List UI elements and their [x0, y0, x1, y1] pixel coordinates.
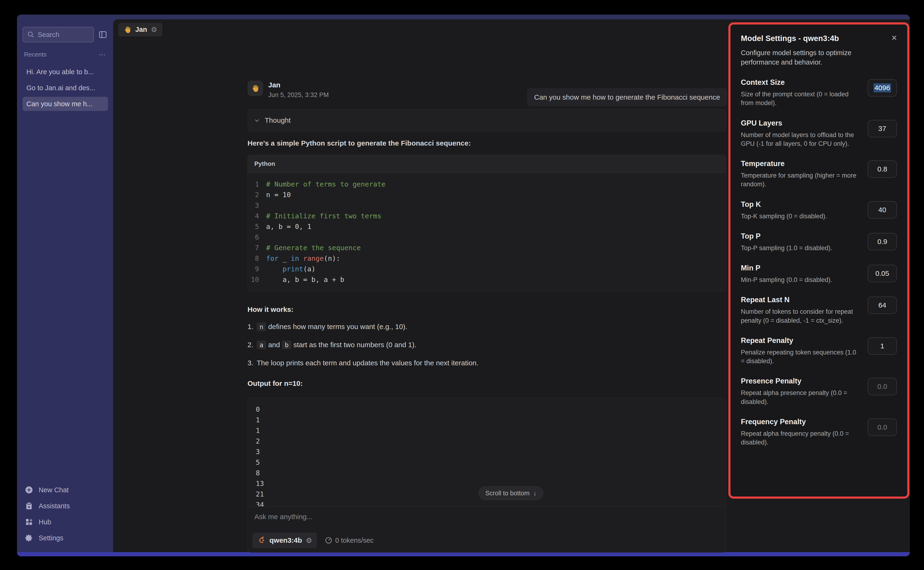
how-it-works-heading: How it works: [247, 305, 726, 314]
chat-input-placeholder: Ask me anything... [254, 513, 719, 521]
tab-jan[interactable]: Jan ⚙ [118, 23, 163, 37]
output-line: 1 [256, 415, 718, 425]
recent-chat-item[interactable]: Hi. Are you able to b... [23, 65, 108, 79]
setting-input-temperature[interactable]: 0.8 [868, 160, 897, 178]
sidebar-toggle-icon[interactable] [98, 29, 108, 40]
line-number: 8 [248, 253, 266, 264]
setting-info: Repeat Last NNumber of tokens to conside… [741, 296, 868, 325]
code-line: 2n = 10 [248, 190, 726, 200]
setting-row-temperature: TemperatureTemperature for sampling (hig… [741, 159, 897, 189]
arrow-down-icon: ↓ [533, 490, 537, 497]
model-gear-icon[interactable]: ⚙ [306, 536, 312, 545]
code-block: Python 1# Number of terms to generate2n … [247, 155, 726, 291]
code-token: a, b = b, a + b [266, 276, 344, 283]
ollama-model-icon [257, 536, 266, 545]
output-line: 1 [256, 425, 718, 436]
gear-icon [25, 533, 34, 542]
setting-input-top-p[interactable]: 0.9 [868, 233, 897, 250]
setting-value: 4096 [873, 83, 891, 92]
code-block-header: Python [248, 155, 726, 173]
code-token: (n): [324, 254, 340, 262]
app-window: Search Recents ⋯ Hi. Are you able to b..… [17, 15, 910, 556]
code-line: 5a, b = 0, 1 [248, 221, 726, 232]
recent-chat-item-selected[interactable]: Can you show me h... [23, 97, 108, 111]
code-token: print [282, 265, 303, 273]
waving-hand-icon [124, 26, 132, 34]
search-placeholder: Search [38, 31, 60, 38]
setting-info: GPU LayersNumber of model layers to offl… [741, 119, 868, 149]
clipboard-icon [25, 501, 34, 510]
model-selector[interactable]: qwen3:4b ⚙ [252, 533, 317, 548]
user-message: Can you show me how to generate the Fibo… [527, 88, 727, 106]
setting-label: Repeat Last N [741, 296, 861, 304]
sidebar-item-hub[interactable]: Hub [23, 514, 108, 530]
setting-value: 64 [878, 301, 886, 309]
setting-description: Repeat alpha presence penalty (0.0 = dis… [741, 389, 861, 406]
thought-collapsible[interactable]: Thought [247, 109, 726, 132]
scroll-to-bottom-label: Scroll to bottom [485, 490, 530, 497]
settings-panel-title: Model Settings - qwen3:4b [741, 34, 839, 43]
setting-description: Top-P sampling (1.0 = disabled). [741, 244, 861, 253]
search-input[interactable]: Search [23, 27, 94, 42]
setting-info: Context SizeSize of the prompt context (… [741, 78, 868, 108]
list-item-number: 3. [247, 359, 253, 367]
code-text: n = 10 [266, 190, 291, 200]
list-item-text: and [266, 341, 282, 349]
chat-input[interactable]: Ask me anything... qwen3:4b ⚙ [247, 506, 726, 553]
tab-gear-icon[interactable]: ⚙ [151, 25, 157, 34]
close-icon[interactable]: × [892, 34, 897, 41]
code-token: # Initialize first two terms [266, 212, 381, 220]
output-line: 5 [256, 457, 718, 468]
message-timestamp: Jun 5, 2025, 3:32 PM [268, 91, 329, 99]
setting-input-min-p[interactable]: 0.05 [868, 265, 897, 282]
setting-input-repeat-penalty[interactable]: 1 [868, 337, 897, 355]
setting-value: 40 [878, 206, 886, 214]
setting-input-top-k[interactable]: 40 [868, 201, 897, 219]
line-number: 3 [248, 200, 266, 211]
setting-value: 0.0 [877, 383, 887, 391]
setting-label: Top P [741, 232, 861, 241]
setting-label: Frequency Penalty [741, 418, 861, 426]
sidebar-item-label: Hub [38, 518, 51, 526]
line-number: 1 [248, 179, 266, 190]
setting-row-gpu-layers: GPU LayersNumber of model layers to offl… [741, 119, 897, 149]
scroll-to-bottom-button[interactable]: Scroll to bottom ↓ [479, 486, 543, 500]
assistant-intro-text: Here's a simple Python script to generat… [247, 139, 726, 147]
code-token: # Generate the sequence [266, 244, 361, 252]
output-line: 0 [256, 404, 718, 415]
list-item-number: 2. [247, 341, 253, 349]
setting-info: Min PMin-P sampling (0.0 = disabled). [741, 264, 868, 284]
recents-menu-icon[interactable]: ⋯ [99, 51, 106, 59]
setting-description: Repeat alpha frequency penalty (0.0 = di… [741, 429, 861, 447]
output-heading: Output for n=10: [247, 380, 726, 388]
code-token: in [291, 254, 299, 262]
setting-value: 0.8 [877, 165, 887, 173]
setting-input-gpu-layers[interactable]: 37 [868, 120, 897, 137]
code-line: 9 print(a) [248, 264, 726, 274]
line-number: 7 [248, 243, 266, 253]
setting-value: 37 [878, 125, 886, 133]
code-token: range [303, 254, 324, 262]
sidebar-item-assistants[interactable]: Assistants [23, 498, 108, 514]
setting-description: Number of tokens to consider for repeat … [741, 307, 861, 325]
output-line: 8 [256, 468, 718, 478]
setting-label: Presence Penalty [741, 377, 861, 385]
list-item-text: The loop prints each term and updates th… [257, 359, 479, 367]
recent-chat-item[interactable]: Go to Jan.ai and des... [23, 81, 108, 95]
sidebar-bottom-nav: New Chat Assistants [23, 482, 108, 546]
sidebar-item-label: Settings [38, 534, 63, 542]
sidebar-item-new-chat[interactable]: New Chat [23, 482, 108, 498]
line-number: 10 [248, 274, 266, 285]
speedometer-icon [325, 536, 332, 544]
code-text: for _ in range(n): [266, 253, 340, 264]
setting-info: TemperatureTemperature for sampling (hig… [741, 159, 868, 189]
setting-input-presence-penalty[interactable]: 0.0 [868, 378, 897, 395]
model-settings-panel: Model Settings - qwen3:4b × Configure mo… [728, 22, 909, 499]
list-item-text: defines how many terms you want (e.g., 1… [266, 323, 407, 331]
token-speed-label: 0 tokens/sec [335, 536, 374, 544]
sidebar-item-settings[interactable]: Settings [23, 530, 108, 546]
search-icon [27, 31, 34, 38]
setting-input-context-size[interactable]: 4096 [868, 79, 897, 97]
setting-input-repeat-last-n[interactable]: 64 [868, 297, 897, 314]
setting-input-frequency-penalty[interactable]: 0.0 [868, 418, 897, 436]
